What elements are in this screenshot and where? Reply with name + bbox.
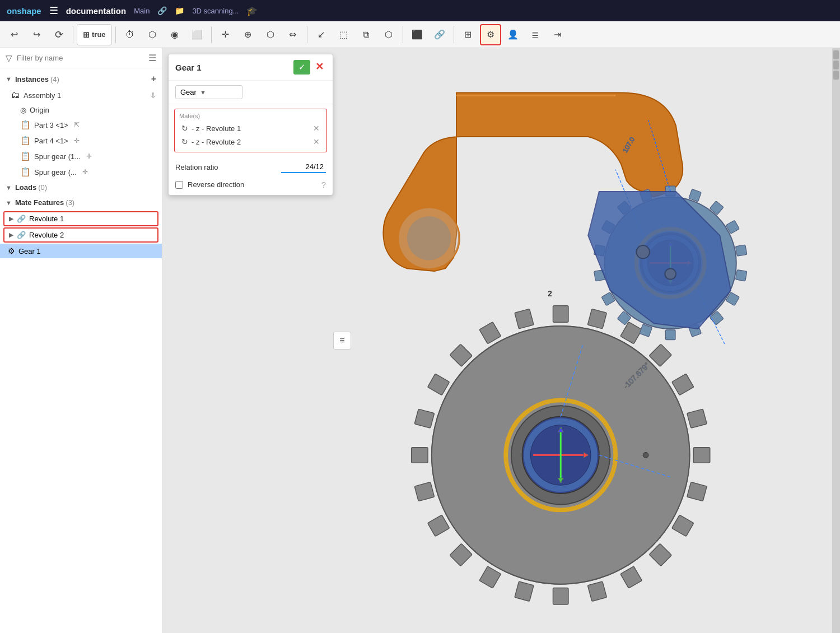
svg-point-77 <box>665 268 676 280</box>
mate-features-label: Mate Features <box>15 198 64 207</box>
sphere-button[interactable]: ◉ <box>164 24 185 45</box>
revolute2-expand[interactable]: ▶ <box>9 231 13 239</box>
cap-icon: 🎓 <box>246 6 258 16</box>
loads-label: Loads <box>15 183 36 192</box>
part3-icon: 📋 <box>20 120 31 130</box>
sidebar-content: ▼ Instances (4) + 🗂 Assembly 1 ⇩ ◎ Origi… <box>0 68 162 633</box>
redo-button[interactable]: ↪ <box>26 24 47 45</box>
list-view-icon[interactable]: ☰ <box>148 53 156 63</box>
mate1-remove-button[interactable]: ✕ <box>313 124 320 133</box>
box-button[interactable]: ⬜ <box>186 24 208 45</box>
svg-rect-21 <box>427 515 449 536</box>
svg-rect-20 <box>450 543 472 566</box>
spurgear2-label: Spur gear (... <box>34 168 77 176</box>
part-ops-button[interactable]: ⬡ <box>378 24 399 45</box>
sidebar-header: ▽ ☰ <box>0 48 162 68</box>
gear1-icon: ⚙ <box>8 246 15 255</box>
svg-rect-48 <box>735 245 746 256</box>
scroll-down-indicator[interactable] <box>833 71 839 80</box>
spurgear2-icon: 📋 <box>20 167 31 177</box>
part3-item[interactable]: 📋 Part 3 <1> ⇱ <box>0 117 162 133</box>
main-link[interactable]: Main <box>134 7 150 15</box>
spurgear1-item[interactable]: 📋 Spur gear (1... ✛ <box>0 148 162 164</box>
mates-section: Mate(s) ↻ - z - Revolute 1 ✕ ↻ - z - Rev… <box>174 109 327 152</box>
svg-rect-17 <box>553 588 568 604</box>
cube-button[interactable]: ⬡ <box>142 24 163 45</box>
relation-ratio-label: Relation ratio <box>175 163 218 171</box>
filter-input[interactable] <box>17 54 144 62</box>
assembly-ops-button[interactable]: 🔗 <box>429 24 450 45</box>
spurgear2-item[interactable]: 📋 Spur gear (... ✛ <box>0 164 162 180</box>
relation-ratio-input[interactable] <box>281 161 326 173</box>
viewport-number-badge: 2 <box>548 289 552 298</box>
revolute2-item[interactable]: ▶ 🔗 Revolute 2 <box>3 227 158 243</box>
select-box-button[interactable]: ⬚ <box>333 24 354 45</box>
scroll-mid-indicator[interactable] <box>833 60 839 69</box>
add-instance-button[interactable]: + <box>151 74 156 84</box>
gear-panel-title: Gear 1 <box>175 63 202 72</box>
clock-button[interactable]: ⏱ <box>119 24 141 45</box>
logo[interactable]: onshape <box>7 6 41 16</box>
doc-title: documentation <box>66 6 127 16</box>
mate2-remove-button[interactable]: ✕ <box>313 137 320 146</box>
svg-rect-23 <box>412 448 428 463</box>
move-button[interactable]: ✛ <box>215 24 236 45</box>
right-scrollbar[interactable] <box>832 48 840 633</box>
revolute1-item[interactable]: ▶ 🔗 Revolute 1 <box>3 211 158 226</box>
loads-arrow: ▼ <box>6 184 12 191</box>
part4-label: Part 4 <1> <box>34 137 68 145</box>
refresh-button[interactable]: ⟳ <box>48 24 69 45</box>
svg-rect-6 <box>587 309 606 329</box>
help-icon[interactable]: ? <box>321 180 326 189</box>
viewport-3d-scene: -107.679° <box>342 82 840 631</box>
gear-panel-ok-button[interactable]: ✓ <box>293 60 310 75</box>
scroll-up-indicator[interactable] <box>833 50 839 59</box>
undo-button[interactable]: ↩ <box>3 24 25 45</box>
table-button[interactable]: ≣ <box>525 24 546 45</box>
arrow-select-button[interactable]: ↙ <box>311 24 332 45</box>
grid-button[interactable]: ⊞ <box>458 24 479 45</box>
sep2 <box>115 26 116 43</box>
sep4 <box>307 26 307 43</box>
svg-rect-8 <box>649 344 671 366</box>
mate-features-section-header[interactable]: ▼ Mate Features (3) <box>0 195 162 210</box>
scan-link[interactable]: 3D scanning... <box>192 7 239 15</box>
reverse-direction-checkbox[interactable] <box>175 181 183 189</box>
insert-button[interactable]: ⊞ true <box>77 24 112 45</box>
transform-button[interactable]: ⧉ <box>356 24 377 45</box>
gear1-sidebar-item[interactable]: ⚙ Gear 1 <box>0 244 162 258</box>
part3-link-icon: ⇱ <box>74 121 80 129</box>
hamburger-icon[interactable]: ☰ <box>49 4 58 17</box>
mate1-rotate-icon: ↻ <box>181 124 188 133</box>
svg-rect-18 <box>515 581 534 602</box>
revolute1-link-icon: 🔗 <box>17 215 26 223</box>
revolute1-expand[interactable]: ▶ <box>9 215 13 222</box>
user-settings-button[interactable]: 👤 <box>502 24 524 45</box>
fit-button[interactable]: ⇔ <box>282 24 304 45</box>
origin-item[interactable]: ◎ Origin <box>0 103 162 117</box>
instances-section-header[interactable]: ▼ Instances (4) + <box>0 71 162 87</box>
mates-label: Mate(s) <box>178 113 323 119</box>
svg-rect-14 <box>649 543 671 566</box>
assembly1-item[interactable]: 🗂 Assembly 1 ⇩ <box>0 87 162 103</box>
export-button[interactable]: ⇥ <box>547 24 568 45</box>
loads-section-header[interactable]: ▼ Loads (0) <box>0 180 162 195</box>
large-gear: -107.679° <box>412 306 710 604</box>
svg-rect-13 <box>672 515 694 536</box>
instances-arrow: ▼ <box>6 76 12 82</box>
spurgear2-link-icon: ✛ <box>82 168 88 176</box>
settings-button[interactable]: ⚙ <box>480 24 501 45</box>
viewport[interactable]: Gear 1 ✓ ✕ Gear ▼ Mate(s) ↻ <box>162 48 840 633</box>
part4-item[interactable]: 📋 Part 4 <1> ✛ <box>0 133 162 148</box>
gear1-label: Gear 1 <box>18 247 41 255</box>
combine-button[interactable]: ⬛ <box>407 24 428 45</box>
gear-type-arrow: ▼ <box>200 89 206 96</box>
pan-button[interactable]: ⬡ <box>260 24 281 45</box>
rotate3d-button[interactable]: ⊕ <box>237 24 259 45</box>
gear-panel-close-button[interactable]: ✕ <box>312 60 326 73</box>
mate1-label: - z - Revolute 1 <box>192 124 241 133</box>
svg-rect-5 <box>553 306 568 322</box>
gear-type-select[interactable]: Gear ▼ <box>175 85 242 99</box>
gear-panel-buttons: ✓ ✕ <box>293 60 326 75</box>
assembly-icon: 🗂 <box>11 90 20 100</box>
